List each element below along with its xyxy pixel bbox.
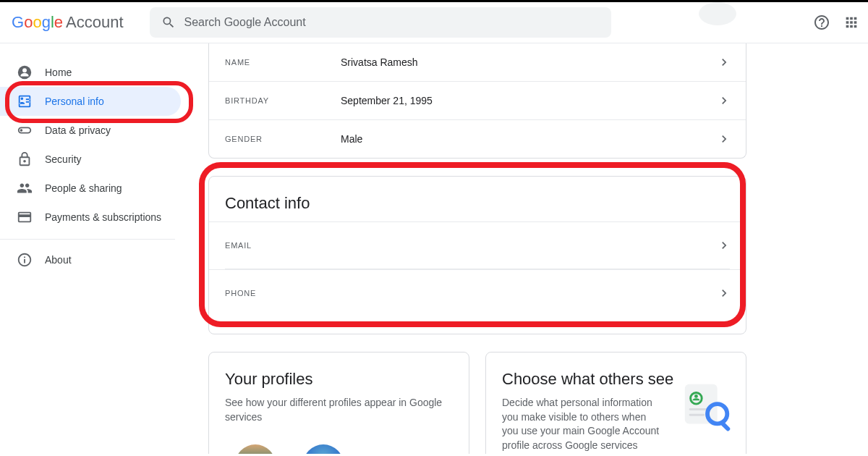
sidebar-item-label: About [45,254,72,266]
svg-point-1 [22,68,27,72]
row-label: PHONE [225,289,341,297]
main-content: NAME Srivatsa Ramesh BIRTHDAY September … [192,43,868,454]
sidebar-item-label: Personal info [45,96,104,107]
your-profiles-card[interactable]: Your profiles See how your different pro… [208,352,469,454]
chevron-right-icon [717,132,731,146]
info-row-gender[interactable]: GENDER Male [209,119,746,158]
choose-others-see-card[interactable]: Choose what others see Decide what perso… [485,352,746,454]
sidebar-item-home[interactable]: Home [0,58,181,87]
app-header: Google Account [0,2,868,43]
home-icon [16,64,33,81]
profile-search-illustration [679,379,736,435]
search-input[interactable] [184,16,600,29]
row-label: EMAIL [225,241,341,250]
contact-info-title: Contact info [209,194,746,221]
sidebar-item-label: Data & privacy [45,124,111,136]
sidebar-item-data-privacy[interactable]: Data & privacy [0,116,181,145]
toggle-icon [16,122,33,139]
contact-row-phone[interactable]: PHONE [209,269,746,316]
chevron-right-icon [717,55,731,69]
credit-card-icon [16,208,33,226]
contact-row-email[interactable]: EMAIL [209,221,746,269]
nav-divider [0,239,175,240]
avatar [303,444,344,454]
card-description: Decide what personal information you mak… [502,396,660,452]
sidebar-item-label: Payments & subscriptions [45,211,161,223]
row-value: September 21, 1995 [341,95,433,106]
search-icon [161,15,176,30]
avatar [235,444,276,454]
info-row-name[interactable]: NAME Srivatsa Ramesh [209,43,746,81]
contact-info-card: Contact info EMAIL PHONE [208,176,746,334]
sidebar-item-personal-info[interactable]: Personal info [0,87,181,116]
svg-rect-6 [689,414,705,416]
chevron-right-icon [717,93,731,108]
sidebar: Home Personal info Data & privacy Securi… [0,43,192,454]
account-label: Account [66,13,124,32]
info-row-birthday[interactable]: BIRTHDAY September 21, 1995 [209,81,746,119]
sidebar-item-payments[interactable]: Payments & subscriptions [0,203,181,232]
card-description: See how your different profiles appear i… [225,396,453,424]
sidebar-item-security[interactable]: Security [0,145,181,174]
lock-icon [16,151,33,168]
sidebar-item-about[interactable]: About [0,245,181,274]
people-icon [16,180,33,197]
profile-avatars [225,444,453,454]
row-value: Srivatsa Ramesh [341,56,418,68]
row-label: BIRTHDAY [225,96,341,105]
sidebar-item-label: Security [45,153,82,165]
svg-point-4 [694,394,698,398]
info-icon [16,251,33,269]
search-box[interactable] [150,7,611,38]
chevron-right-icon [717,238,731,253]
profile-avatar-partial [699,2,736,25]
chevron-right-icon [717,286,731,300]
sidebar-item-label: People & sharing [45,182,122,194]
row-label: NAME [225,58,341,67]
id-card-icon [16,93,33,110]
google-account-logo[interactable]: Google Account [12,13,124,32]
sidebar-item-people-sharing[interactable]: People & sharing [0,174,181,203]
row-label: GENDER [225,135,341,143]
apps-icon[interactable] [843,14,859,30]
basic-info-card: NAME Srivatsa Ramesh BIRTHDAY September … [208,43,746,159]
help-icon[interactable] [813,14,830,31]
sidebar-item-label: Home [45,67,72,78]
row-value: Male [341,133,362,145]
card-title: Your profiles [225,370,453,389]
